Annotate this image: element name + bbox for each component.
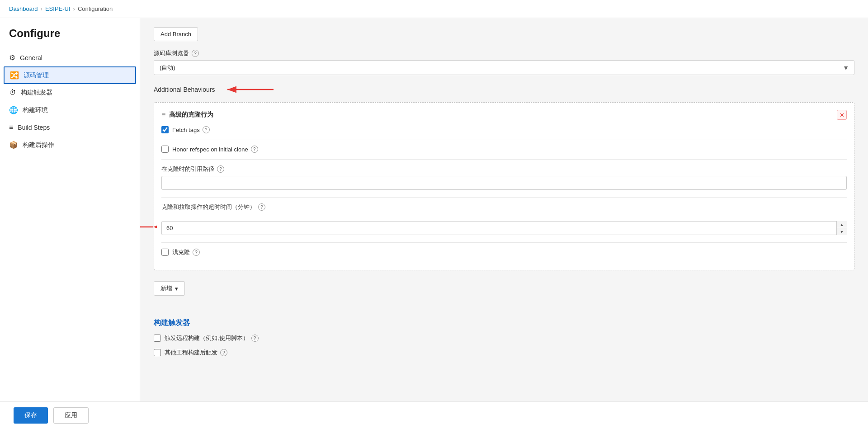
sidebar-item-build-env[interactable]: 🌐 构建环境 — [0, 101, 140, 119]
fetch-tags-help-icon[interactable]: ? — [203, 126, 210, 133]
red-arrow-timeout — [140, 220, 157, 234]
breadcrumb-config: Configuration — [78, 5, 113, 12]
source-browser-select[interactable]: (自动) — [154, 60, 854, 75]
shallow-clone-row: 浅克隆 ? — [161, 248, 847, 256]
source-browser-field: 源码库浏览器 ? (自动) ▼ — [154, 49, 854, 75]
trigger-remote-label: 触发远程构建（例如,使用脚本） ? — [165, 334, 259, 342]
trigger-remote-help-icon[interactable]: ? — [251, 335, 259, 342]
sidebar-label-post-build: 构建后操作 — [23, 141, 54, 149]
timeout-input[interactable] — [161, 221, 847, 235]
ref-path-label: 在克隆时的引用路径 — [161, 165, 214, 173]
trigger-remote-row: 触发远程构建（例如,使用脚本） ? — [154, 334, 854, 342]
trigger-remote-checkbox[interactable] — [154, 335, 161, 342]
add-behaviour-button[interactable]: 新增 ▾ — [154, 281, 185, 296]
spinner-buttons: ▲ ▼ — [836, 221, 847, 235]
sidebar-label-source-mgmt: 源码管理 — [24, 71, 49, 80]
advanced-clone-card: ≡ 高级的克隆行为 ✕ Fetch tags ? Honor refspec o… — [154, 102, 854, 270]
additional-behaviours-label: Additional Behaviours — [154, 86, 215, 93]
ref-path-input[interactable] — [161, 176, 847, 190]
save-button[interactable]: 保存 — [14, 407, 48, 424]
trigger-other-label: 其他工程构建后触发 ? — [165, 349, 227, 357]
honor-refspec-help-icon[interactable]: ? — [251, 146, 258, 153]
add-behaviour-label: 新增 — [160, 284, 172, 292]
fetch-tags-label: Fetch tags ? — [172, 126, 210, 133]
build-trigger-title: 构建触发器 — [154, 314, 854, 328]
shallow-clone-help-icon[interactable]: ? — [193, 249, 200, 256]
sidebar-icon-general: ⚙ — [9, 53, 15, 62]
page-title: Configure — [0, 27, 140, 49]
trigger-other-help-icon[interactable]: ? — [220, 349, 227, 356]
sidebar-icon-build-trigger: ⏱ — [9, 89, 16, 97]
timeout-label: 克隆和拉取操作的超时时间（分钟） — [161, 203, 255, 211]
sidebar-icon-build-steps: ≡ — [9, 123, 13, 132]
sidebar-item-build-steps[interactable]: ≡ Build Steps — [0, 119, 140, 136]
source-browser-label: 源码库浏览器 — [154, 49, 189, 57]
timeout-field: 克隆和拉取操作的超时时间（分钟） ? — [161, 203, 847, 235]
honor-refspec-label: Honor refspec on initial clone ? — [172, 146, 258, 153]
red-arrow-annotation — [224, 83, 278, 96]
breadcrumb: Dashboard › ESIPE-UI › Configuration — [0, 0, 868, 18]
build-trigger-section: 构建触发器 触发远程构建（例如,使用脚本） ? 其他工程构建后触发 ? — [154, 314, 854, 357]
ref-path-field: 在克隆时的引用路径 ? — [161, 165, 847, 190]
additional-behaviours-heading: Additional Behaviours — [154, 83, 854, 96]
shallow-clone-label: 浅克隆 ? — [172, 248, 200, 256]
spin-up-button[interactable]: ▲ — [837, 221, 847, 228]
sidebar-icon-post-build: 📦 — [9, 141, 18, 149]
timeout-help-icon[interactable]: ? — [258, 203, 265, 211]
source-browser-help-icon[interactable]: ? — [192, 50, 199, 57]
drag-handle-icon: ≡ — [161, 111, 165, 119]
source-browser-select-wrapper: (自动) ▼ — [154, 60, 854, 75]
sidebar-item-source-mgmt[interactable]: 🔀 源码管理 — [4, 66, 136, 84]
trigger-other-checkbox[interactable] — [154, 349, 161, 356]
sidebar-item-post-build[interactable]: 📦 构建后操作 — [0, 136, 140, 154]
sidebar-nav: ⚙ General🔀 源码管理⏱ 构建触发器🌐 构建环境≡ Build Step… — [0, 49, 140, 154]
sidebar-icon-build-env: 🌐 — [9, 106, 18, 114]
card-header: ≡ 高级的克隆行为 ✕ — [161, 110, 847, 120]
sidebar: Configure ⚙ General🔀 源码管理⏱ 构建触发器🌐 构建环境≡ … — [0, 18, 140, 429]
sidebar-label-build-trigger: 构建触发器 — [21, 89, 52, 97]
fetch-tags-row: Fetch tags ? — [161, 126, 847, 133]
action-bar: 保存 应用 — [0, 401, 868, 429]
main-content: Add Branch 源码库浏览器 ? (自动) ▼ Additional Be… — [140, 18, 868, 429]
fetch-tags-checkbox[interactable] — [161, 126, 169, 133]
breadcrumb-dashboard[interactable]: Dashboard — [9, 5, 38, 12]
sidebar-icon-source-mgmt: 🔀 — [10, 71, 19, 80]
breadcrumb-esipe[interactable]: ESIPE-UI — [45, 5, 71, 12]
card-title: 高级的克隆行为 — [169, 111, 213, 119]
add-branch-button[interactable]: Add Branch — [154, 27, 198, 41]
chevron-down-icon: ▾ — [175, 285, 178, 292]
ref-path-help-icon[interactable]: ? — [217, 165, 224, 173]
apply-button[interactable]: 应用 — [53, 407, 89, 424]
sidebar-item-build-trigger[interactable]: ⏱ 构建触发器 — [0, 84, 140, 101]
close-card-button[interactable]: ✕ — [837, 110, 847, 120]
timeout-input-wrapper: ▲ ▼ — [161, 221, 847, 235]
sidebar-label-general: General — [20, 54, 42, 61]
honor-refspec-row: Honor refspec on initial clone ? — [161, 146, 847, 153]
sidebar-label-build-steps: Build Steps — [18, 124, 50, 131]
spin-down-button[interactable]: ▼ — [837, 228, 847, 235]
honor-refspec-checkbox[interactable] — [161, 146, 169, 153]
trigger-other-row: 其他工程构建后触发 ? — [154, 349, 854, 357]
sidebar-label-build-env: 构建环境 — [23, 106, 48, 114]
sidebar-item-general[interactable]: ⚙ General — [0, 49, 140, 66]
shallow-clone-checkbox[interactable] — [161, 249, 169, 256]
